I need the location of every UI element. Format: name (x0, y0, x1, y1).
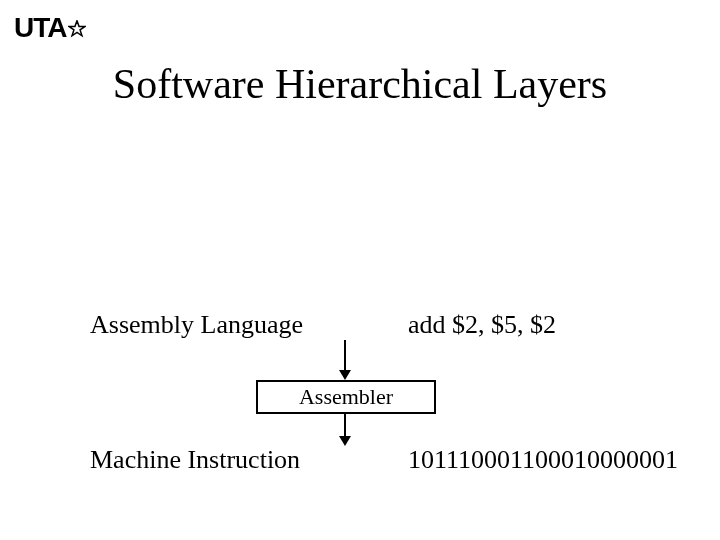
row-assembly: Assembly Language add $2, $5, $2 (0, 310, 720, 340)
slide-title: Software Hierarchical Layers (0, 60, 720, 108)
assembly-example: add $2, $5, $2 (360, 310, 720, 340)
row-machine: Machine Instruction 10111000110001000000… (0, 445, 720, 475)
uta-logo: UTA (14, 12, 86, 44)
arrow-to-assembler (344, 340, 346, 378)
star-icon (68, 20, 86, 38)
assembly-language-label: Assembly Language (0, 310, 360, 340)
svg-marker-0 (69, 21, 85, 36)
assembler-box: Assembler (256, 380, 436, 414)
logo-text: UTA (14, 12, 66, 44)
machine-binary: 101110001100010000001 (360, 445, 720, 475)
arrow-to-machine (344, 414, 346, 444)
slide: UTA Software Hierarchical Layers Assembl… (0, 0, 720, 540)
machine-instruction-label: Machine Instruction (0, 445, 360, 475)
